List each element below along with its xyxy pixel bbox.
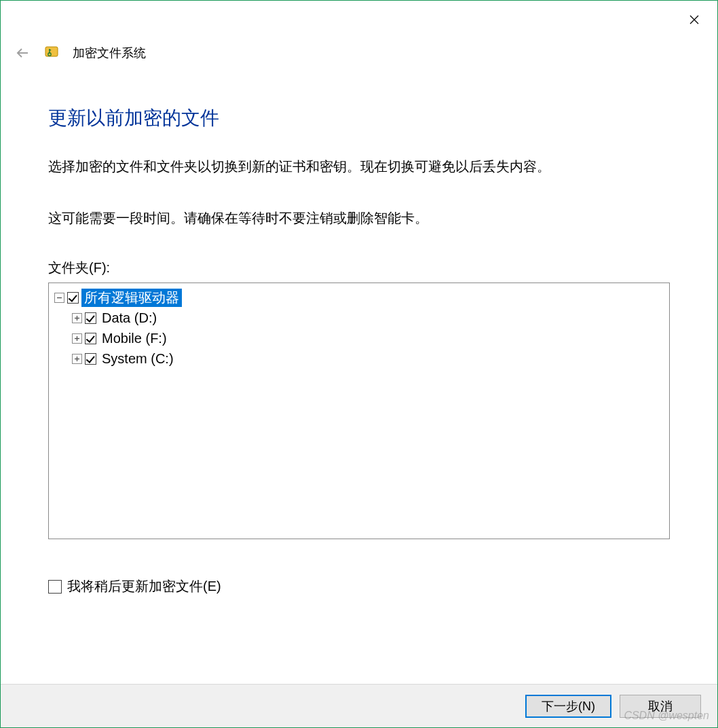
checkbox-system-c[interactable] — [85, 353, 96, 365]
close-icon — [689, 15, 699, 24]
tree-row-system-c[interactable]: System (C:) — [52, 348, 666, 369]
back-arrow-icon — [15, 46, 30, 60]
description-2: 这可能需要一段时间。请确保在等待时不要注销或删除智能卡。 — [48, 207, 670, 229]
tree-row-data-d[interactable]: Data (D:) — [52, 308, 666, 328]
checkbox-mobile-f[interactable] — [85, 333, 96, 344]
efs-icon — [43, 44, 60, 62]
expander-plus-icon[interactable] — [72, 313, 82, 323]
expander-plus-icon[interactable] — [72, 333, 82, 344]
close-button[interactable] — [683, 9, 705, 31]
tree-label-root[interactable]: 所有逻辑驱动器 — [81, 289, 182, 307]
folder-tree[interactable]: 所有逻辑驱动器 Data (D:) Mobile (F:) System (C:… — [48, 283, 670, 539]
cancel-button[interactable]: 取消 — [620, 695, 701, 718]
expander-minus-icon[interactable] — [54, 293, 64, 303]
checkbox-root[interactable] — [67, 292, 79, 304]
tree-label-mobile-f[interactable]: Mobile (F:) — [99, 331, 170, 346]
back-button[interactable] — [14, 45, 31, 61]
checkbox-update-later[interactable] — [48, 580, 62, 594]
content-area: 更新以前加密的文件 选择加密的文件和文件夹以切换到新的证书和密钥。现在切换可避免… — [1, 62, 717, 596]
header: 加密文件系统 — [1, 35, 717, 62]
titlebar — [1, 1, 717, 35]
update-later-option[interactable]: 我将稍后更新加密文件(E) — [48, 577, 670, 596]
footer: 下一步(N) 取消 — [1, 684, 717, 727]
tree-label-system-c[interactable]: System (C:) — [99, 351, 176, 367]
description-1: 选择加密的文件和文件夹以切换到新的证书和密钥。现在切换可避免以后丢失内容。 — [48, 156, 670, 177]
tree-row-root[interactable]: 所有逻辑驱动器 — [52, 287, 666, 308]
folders-label: 文件夹(F): — [48, 259, 670, 277]
tree-row-mobile-f[interactable]: Mobile (F:) — [52, 328, 666, 348]
page-heading: 更新以前加密的文件 — [48, 105, 670, 131]
checkbox-data-d[interactable] — [85, 312, 96, 324]
svg-rect-3 — [45, 47, 58, 56]
expander-plus-icon[interactable] — [72, 354, 82, 364]
app-title: 加密文件系统 — [73, 45, 146, 61]
update-later-label: 我将稍后更新加密文件(E) — [67, 577, 221, 596]
svg-rect-6 — [49, 50, 51, 50]
next-button[interactable]: 下一步(N) — [525, 695, 611, 718]
tree-label-data-d[interactable]: Data (D:) — [99, 310, 159, 326]
